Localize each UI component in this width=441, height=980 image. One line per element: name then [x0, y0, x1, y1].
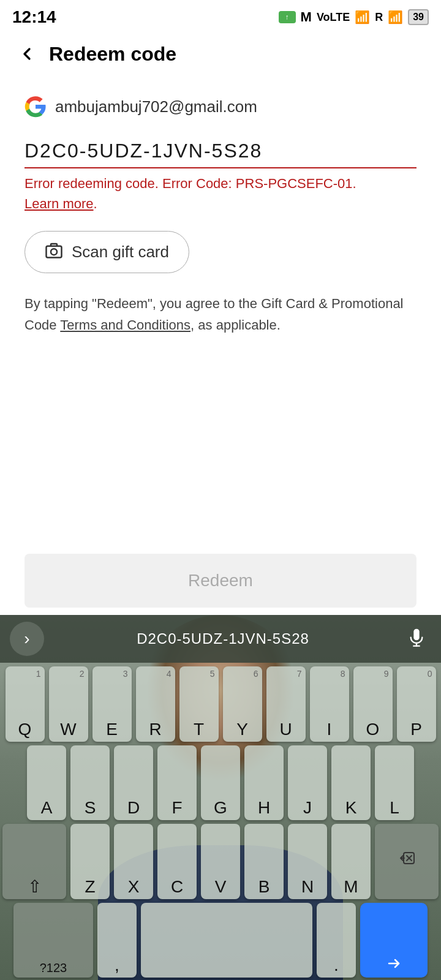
key-K[interactable]: K [331, 745, 371, 821]
clipboard-suggestion: D2C0-5UDZ-1JVN-5S28 [51, 630, 394, 647]
learn-more-link[interactable]: Learn more [24, 196, 94, 211]
key-S[interactable]: S [70, 745, 110, 821]
key-T[interactable]: 5T [179, 666, 219, 742]
key-A[interactable]: A [27, 745, 66, 821]
app-bar: Redeem code [0, 32, 441, 76]
keyboard-rows: 1Q 2W 3E 4R 5T 6Y 7U 8I 9O 0P A S D F G … [0, 663, 441, 980]
suggestion-bar: › D2C0-5UDZ-1JVN-5S28 [0, 615, 441, 663]
shift-key[interactable]: ⇧ [2, 824, 66, 899]
signal-bars: 📶 [355, 10, 370, 24]
battery-indicator: 39 [408, 9, 429, 25]
camera-icon [45, 241, 63, 263]
backspace-key[interactable] [375, 824, 439, 899]
symbols-key[interactable]: ?123 [13, 903, 93, 978]
microphone-icon[interactable] [402, 624, 431, 654]
svg-rect-2 [413, 629, 419, 641]
key-R[interactable]: 4R [136, 666, 175, 742]
account-row: ambujambuj702@gmail.com [24, 96, 417, 118]
key-H[interactable]: H [244, 745, 284, 821]
code-input-wrapper [24, 135, 417, 168]
keyboard-row-3: ⇧ Z X C V B N M [2, 824, 439, 899]
key-N[interactable]: N [288, 824, 327, 899]
enter-key[interactable] [360, 903, 428, 978]
key-O[interactable]: 9O [353, 666, 393, 742]
gmail-icon: M [301, 9, 312, 25]
signal-bars-2: 📶 [388, 10, 403, 24]
key-Y[interactable]: 6Y [223, 666, 262, 742]
svg-point-1 [51, 249, 57, 255]
terms-text-part2: , as applicable. [190, 317, 281, 333]
key-F[interactable]: F [157, 745, 197, 821]
scan-gift-card-label: Scan gift card [72, 243, 169, 262]
key-B[interactable]: B [244, 824, 284, 899]
main-content: ambujambuj702@gmail.com Error redeeming … [0, 76, 441, 355]
redeem-button-wrapper: Redeem [0, 546, 441, 615]
key-U[interactable]: 7U [266, 666, 306, 742]
key-C[interactable]: C [157, 824, 197, 899]
key-W[interactable]: 2W [49, 666, 88, 742]
code-input[interactable] [24, 135, 417, 168]
key-M[interactable]: M [331, 824, 371, 899]
key-Z[interactable]: Z [70, 824, 110, 899]
key-E[interactable]: 3E [92, 666, 132, 742]
back-button[interactable] [12, 39, 42, 69]
r-signal: R [375, 11, 383, 24]
account-email: ambujambuj702@gmail.com [55, 97, 257, 116]
scan-gift-card-button[interactable]: Scan gift card [24, 231, 189, 273]
clipboard-expand-button[interactable]: › [10, 622, 44, 656]
error-text: Error redeeming code. Error Code: PRS-PG… [24, 176, 356, 191]
key-period[interactable]: . [317, 903, 356, 978]
network-type: VoLTE [317, 11, 350, 24]
svg-rect-0 [47, 246, 62, 258]
keyboard-area: › D2C0-5UDZ-1JVN-5S28 1Q 2W 3E 4R 5T 6Y … [0, 615, 441, 980]
key-L[interactable]: L [375, 745, 414, 821]
key-P[interactable]: 0P [397, 666, 436, 742]
notif-dot-green: ↑ [279, 11, 296, 23]
terms-text: By tapping "Redeem", you agree to the Gi… [24, 293, 417, 336]
status-time: 12:14 [12, 7, 56, 27]
key-D[interactable]: D [114, 745, 153, 821]
key-comma[interactable]: , [97, 903, 137, 978]
status-bar: 12:14 ↑ M VoLTE 📶 R 📶 39 [0, 0, 441, 32]
terms-link[interactable]: Terms and Conditions [60, 317, 190, 333]
google-logo-icon [24, 96, 47, 118]
key-X[interactable]: X [114, 824, 153, 899]
page-title: Redeem code [49, 43, 176, 66]
keyboard-row-1: 1Q 2W 3E 4R 5T 6Y 7U 8I 9O 0P [2, 666, 439, 742]
key-Q[interactable]: 1Q [6, 666, 45, 742]
key-G[interactable]: G [201, 745, 240, 821]
keyboard-row-2: A S D F G H J K L [2, 745, 439, 821]
space-key[interactable] [141, 903, 312, 978]
keyboard-row-4: ?123 , . [2, 903, 439, 978]
status-icons: ↑ M VoLTE 📶 R 📶 39 [279, 9, 429, 25]
key-J[interactable]: J [288, 745, 327, 821]
redeem-button[interactable]: Redeem [24, 554, 417, 608]
key-V[interactable]: V [201, 824, 240, 899]
error-message: Error redeeming code. Error Code: PRS-PG… [24, 173, 417, 214]
key-I[interactable]: 8I [310, 666, 349, 742]
